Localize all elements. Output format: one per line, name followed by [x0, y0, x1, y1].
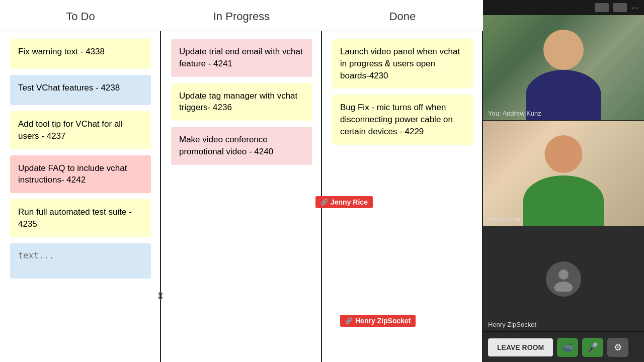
head-figure-andrew [543, 30, 584, 70]
henry-label-wrapper: 🔗 Henry ZipSocket [340, 315, 416, 327]
person-figure-jenny [513, 135, 614, 226]
card-trial-email[interactable]: Update trial end email with vchat featur… [171, 39, 312, 77]
jenny-rice-label[interactable]: 🔗 Jenny Rice [315, 196, 373, 208]
inprogress-header: In Progress [161, 5, 322, 28]
video-feed-jenny [483, 121, 644, 226]
video-icon: 📹 [562, 342, 573, 353]
todo-header: To Do [0, 5, 161, 28]
card-faq[interactable]: Update FAQ to include vchat instructions… [10, 155, 151, 194]
henry-zipsocket-label[interactable]: 🔗 Henry ZipSocket [340, 315, 416, 327]
board-columns: Fix warning text - 4338 Test VChat featu… [0, 31, 483, 362]
mic-icon: 🎤 [587, 342, 598, 353]
person-figure-andrew [513, 30, 614, 120]
new-card-input[interactable] [10, 243, 151, 279]
link-icon-jenny: 🔗 [320, 199, 328, 206]
body-figure-jenny [523, 175, 604, 226]
card-test-vchat[interactable]: Test VChat features - 4238 [10, 75, 151, 105]
todo-column: Fix warning text - 4338 Test VChat featu… [0, 31, 161, 362]
card-fix-warning[interactable]: Fix warning text - 4338 [10, 39, 151, 69]
sidebar-more-icon[interactable]: ⋯ [631, 3, 639, 13]
card-launch-panel[interactable]: Launch video panel when vchat in progres… [332, 39, 473, 88]
head-figure-jenny [545, 135, 583, 173]
inprogress-column: Update trial end email with vchat featur… [161, 31, 322, 362]
svg-point-0 [558, 269, 569, 280]
video-panel-henry: Henry ZipSocket [483, 226, 644, 332]
card-tag-manager[interactable]: Update tag manager with vchat triggers- … [171, 83, 312, 121]
done-header: Done [322, 5, 483, 28]
sidebar-btn-2[interactable] [613, 3, 627, 12]
leave-room-button[interactable]: LEAVE ROOM [488, 338, 553, 356]
board-header: To Do In Progress Done [0, 0, 483, 31]
video-panel-andrew: You: Andrew Kunz [483, 15, 644, 121]
card-promo-video[interactable]: Make video conference promotional video … [171, 127, 312, 165]
video-toggle-button[interactable]: 📹 [557, 338, 578, 357]
bottom-bar: LEAVE ROOM 📹 🎤 ⚙ [483, 332, 644, 362]
henry-zipsocket-video-label: Henry ZipSocket [488, 321, 536, 328]
settings-button[interactable]: ⚙ [607, 338, 628, 357]
video-feed-andrew [483, 15, 644, 120]
link-icon-henry: 🔗 [345, 317, 353, 324]
board-area: To Do In Progress Done Fix warning text … [0, 0, 483, 362]
person-icon [551, 266, 576, 292]
sidebar-topbar: ⋯ [483, 0, 644, 15]
video-panel-jenny: Jenny Rice [483, 121, 644, 226]
card-tooltip[interactable]: Add tool tip for VChat for all users - 4… [10, 111, 151, 149]
jenny-label-wrapper: 🔗 Jenny Rice [315, 196, 373, 208]
jenny-rice-name: Jenny Rice [331, 198, 368, 206]
henry-avatar [546, 261, 581, 297]
henry-zipsocket-name: Henry ZipSocket [355, 317, 411, 325]
mic-toggle-button[interactable]: 🎤 [582, 338, 603, 357]
resize-handle[interactable]: ⇔ [154, 291, 167, 300]
andrew-kunz-label: You: Andrew Kunz [488, 110, 541, 117]
svg-point-1 [554, 282, 573, 292]
settings-icon: ⚙ [614, 342, 622, 353]
card-test-suite[interactable]: Run full automated test suite - 4235 [10, 199, 151, 237]
jenny-rice-video-label: Jenny Rice [488, 215, 520, 223]
sidebar-btn-1[interactable] [595, 3, 609, 12]
card-bug-fix-mic[interactable]: Bug Fix - mic turns off when disconnecti… [332, 95, 473, 144]
sidebar: ⋯ You: Andrew Kunz Jenny Rice [483, 0, 644, 362]
